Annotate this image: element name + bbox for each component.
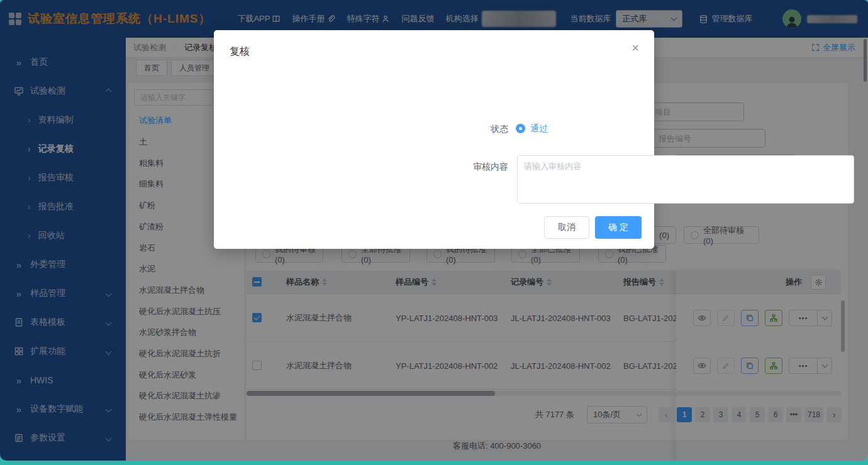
radio-checked-icon[interactable] [516,124,525,133]
status-option-pass[interactable]: 通过 [530,123,548,134]
confirm-button[interactable]: 确 定 [595,216,642,239]
cancel-button[interactable]: 取消 [544,216,589,239]
app-window: 试验室信息管理系统（H-LIMS） 下载APP 操作手册 特殊字符 问题反馈 机… [0,0,868,461]
review-dialog: 复核 × 状态 通过 审核内容 取消 确 定 [214,30,654,249]
close-icon[interactable]: × [632,41,639,54]
review-content-textarea[interactable] [517,155,854,204]
review-content-label: 审核内容 [468,161,508,173]
dialog-title: 复核 [230,45,250,58]
status-label: 状态 [491,124,508,135]
